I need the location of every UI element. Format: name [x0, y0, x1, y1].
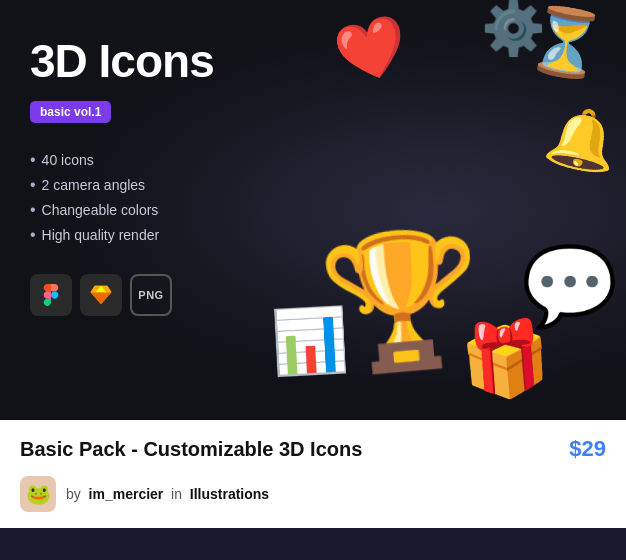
- feature-item-2: 2 camera angles: [30, 176, 596, 194]
- product-badge: basic vol.1: [30, 101, 111, 123]
- product-info-section: Basic Pack - Customizable 3D Icons $29 🐸…: [0, 420, 626, 528]
- product-category[interactable]: Illustrations: [190, 486, 269, 502]
- feature-item-4: High quality render: [30, 226, 596, 244]
- banner-left-content: 3D Icons basic vol.1 40 icons 2 camera a…: [0, 0, 626, 336]
- product-title: Basic Pack - Customizable 3D Icons: [20, 438, 362, 461]
- figma-icon: [30, 274, 72, 316]
- tool-icons-row: PNG: [30, 274, 596, 316]
- in-label: in: [171, 486, 182, 502]
- author-row: 🐸 by im_mercier in Illustrations: [20, 476, 606, 512]
- sketch-icon: [80, 274, 122, 316]
- author-avatar: 🐸: [20, 476, 56, 512]
- banner-title: 3D Icons: [30, 36, 596, 87]
- features-list: 40 icons 2 camera angles Changeable colo…: [30, 151, 596, 244]
- by-label: by: [66, 486, 81, 502]
- png-icon: PNG: [130, 274, 172, 316]
- author-name[interactable]: im_mercier: [89, 486, 164, 502]
- product-banner: 3D Icons basic vol.1 40 icons 2 camera a…: [0, 0, 626, 420]
- author-info: by im_mercier in Illustrations: [66, 486, 269, 502]
- feature-item-3: Changeable colors: [30, 201, 596, 219]
- product-title-row: Basic Pack - Customizable 3D Icons $29: [20, 436, 606, 462]
- product-price: $29: [569, 436, 606, 462]
- feature-item-1: 40 icons: [30, 151, 596, 169]
